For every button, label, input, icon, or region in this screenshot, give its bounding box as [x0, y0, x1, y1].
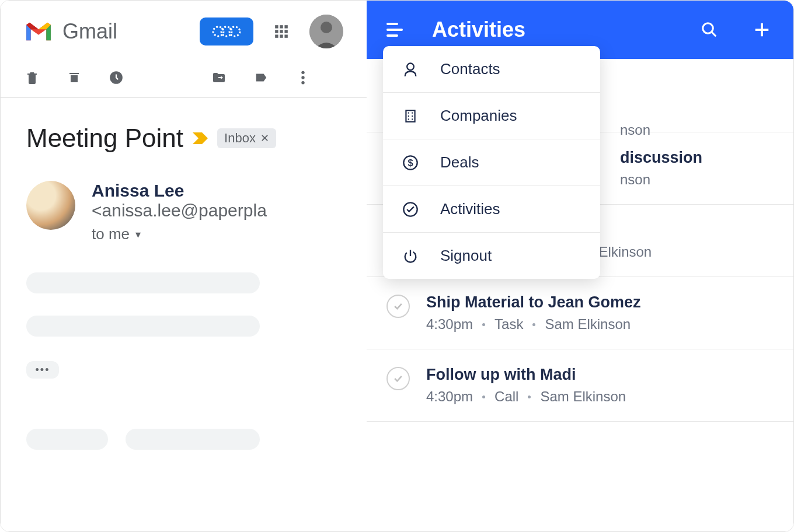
close-icon[interactable]: ✕ [260, 132, 269, 145]
svg-rect-4 [280, 25, 283, 28]
apps-grid-button[interactable] [272, 22, 291, 41]
svg-point-13 [321, 22, 332, 33]
label-icon [253, 71, 269, 84]
svg-point-22 [407, 63, 414, 70]
sender-avatar[interactable] [26, 181, 75, 230]
menu-item-activities[interactable]: Activities [383, 186, 600, 233]
activity-owner: Sam Elkinson [540, 388, 626, 405]
gmail-logo-icon [24, 20, 53, 43]
activity-time: 4:30pm [426, 388, 473, 405]
to-text: to me [92, 225, 130, 243]
menu-label: Signout [440, 247, 492, 265]
svg-rect-27 [412, 115, 413, 116]
svg-rect-28 [408, 118, 409, 120]
delete-button[interactable] [24, 69, 40, 86]
activity-meta: 4:30pm Call Sam Elkinson [426, 388, 774, 405]
sender-row: Anissa Lee <anissa.lee@paperpla to me ▾ [26, 181, 341, 243]
activity-row[interactable]: Follow up with Madi 4:30pm Call Sam Elki… [367, 349, 793, 422]
subject-row: Meeting Point Inbox ✕ [26, 124, 341, 153]
apps-grid-icon [274, 24, 289, 39]
expand-dots-button[interactable]: ••• [26, 361, 59, 379]
sender-name: Anissa Lee [92, 181, 184, 200]
svg-point-18 [703, 23, 713, 34]
search-icon [701, 21, 718, 38]
gmail-logo-wrap: Gmail [24, 19, 117, 44]
menu-item-signout[interactable]: Signout [383, 233, 600, 279]
inbox-label: Inbox [224, 131, 256, 146]
svg-rect-9 [275, 34, 278, 37]
gmail-toolbar [1, 62, 367, 98]
more-vertical-icon [301, 70, 305, 85]
activities-panel: Activities Contacts Companies [367, 1, 793, 531]
activity-checkbox[interactable] [386, 367, 410, 390]
svg-rect-25 [412, 112, 413, 113]
svg-rect-8 [284, 30, 287, 33]
nav-dropdown-menu: Contacts Companies $ Deals Activities [383, 46, 600, 279]
hamburger-icon [386, 23, 398, 25]
activity-checkbox[interactable] [386, 295, 410, 318]
menu-toggle-button[interactable] [386, 23, 403, 37]
search-button[interactable] [698, 18, 721, 41]
activity-meta: 4:30pm Task Sam Elkinson [426, 316, 774, 332]
svg-point-16 [301, 76, 304, 79]
important-marker-icon[interactable] [191, 131, 209, 145]
activity-title: Ship Material to Jean Gomez [426, 293, 774, 312]
menu-item-deals[interactable]: $ Deals [383, 139, 600, 186]
skeleton-line [26, 316, 260, 337]
svg-rect-23 [406, 110, 415, 122]
building-icon [402, 107, 419, 125]
archive-button[interactable] [66, 69, 82, 86]
gmail-title: Gmail [62, 19, 117, 44]
svg-line-19 [712, 32, 716, 37]
move-button[interactable] [211, 69, 227, 86]
activity-owner-fragment: nson [620, 172, 650, 188]
svg-rect-10 [280, 34, 283, 37]
gmail-panel: Gmail [1, 1, 367, 531]
power-icon [402, 247, 419, 265]
activities-title: Activities [432, 18, 525, 42]
activity-type: Task [494, 316, 523, 332]
folder-move-icon [211, 71, 227, 85]
menu-item-companies[interactable]: Companies [383, 93, 600, 139]
skeleton-row [26, 429, 341, 450]
svg-rect-24 [408, 112, 409, 113]
chain-icon [210, 24, 243, 39]
snooze-button[interactable] [108, 69, 124, 86]
check-circle-icon [402, 201, 419, 218]
svg-rect-29 [412, 118, 413, 120]
extension-badge[interactable] [200, 18, 253, 46]
svg-rect-7 [280, 30, 283, 33]
svg-text:$: $ [408, 157, 413, 167]
label-button[interactable] [253, 69, 269, 86]
skeleton-block [26, 429, 108, 450]
check-icon [392, 300, 404, 312]
svg-rect-26 [408, 115, 409, 116]
menu-label: Contacts [440, 60, 500, 78]
svg-point-15 [301, 71, 304, 74]
add-button[interactable] [750, 18, 774, 41]
svg-rect-6 [275, 30, 278, 33]
check-icon [392, 373, 404, 384]
activity-owner: Sam Elkinson [545, 316, 631, 332]
more-button[interactable] [295, 69, 311, 86]
activity-row[interactable]: Ship Material to Jean Gomez 4:30pm Task … [367, 277, 793, 349]
person-icon [402, 61, 419, 78]
dollar-icon: $ [402, 154, 419, 172]
menu-item-contacts[interactable]: Contacts [383, 46, 600, 93]
menu-label: Deals [440, 153, 479, 172]
gmail-header: Gmail [1, 1, 367, 62]
user-avatar[interactable] [309, 15, 343, 48]
skeleton-block [126, 429, 260, 450]
email-subject: Meeting Point [26, 124, 183, 153]
plus-icon [753, 21, 771, 38]
recipient-line[interactable]: to me ▾ [92, 225, 341, 243]
clock-icon [109, 70, 124, 85]
svg-rect-3 [275, 25, 278, 28]
activity-owner-fragment: nson [620, 122, 650, 138]
activity-title: Follow up with Madi [426, 366, 774, 384]
inbox-chip[interactable]: Inbox ✕ [217, 128, 276, 148]
chevron-down-icon: ▾ [135, 228, 141, 241]
activity-type: Call [494, 388, 518, 405]
activity-time: 4:30pm [426, 316, 473, 332]
menu-label: Activities [440, 200, 500, 218]
